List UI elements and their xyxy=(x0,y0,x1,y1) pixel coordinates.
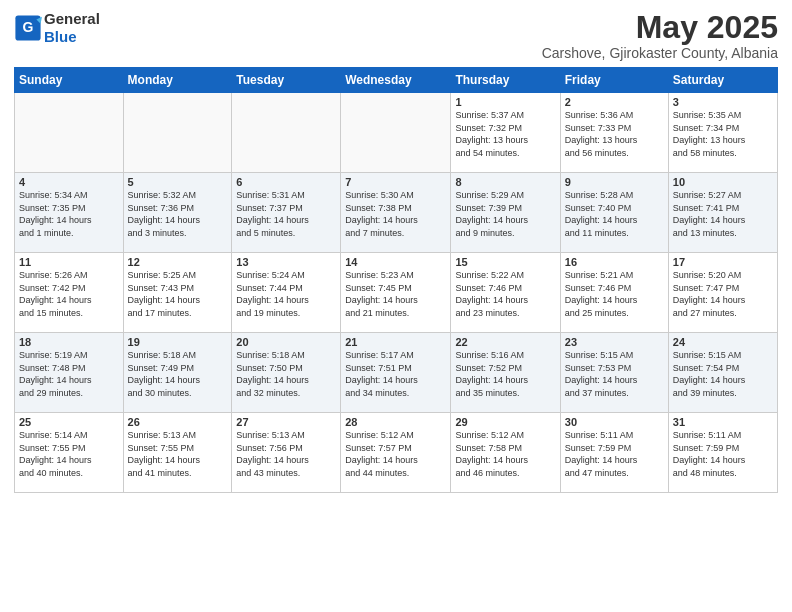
day-info: Sunrise: 5:37 AM Sunset: 7:32 PM Dayligh… xyxy=(455,109,555,159)
logo-blue: Blue xyxy=(44,28,77,45)
calendar-cell: 20Sunrise: 5:18 AM Sunset: 7:50 PM Dayli… xyxy=(232,333,341,413)
day-info: Sunrise: 5:18 AM Sunset: 7:50 PM Dayligh… xyxy=(236,349,336,399)
day-info: Sunrise: 5:11 AM Sunset: 7:59 PM Dayligh… xyxy=(565,429,664,479)
calendar-cell: 31Sunrise: 5:11 AM Sunset: 7:59 PM Dayli… xyxy=(668,413,777,493)
day-number: 10 xyxy=(673,176,773,188)
calendar-week-5: 25Sunrise: 5:14 AM Sunset: 7:55 PM Dayli… xyxy=(15,413,778,493)
day-info: Sunrise: 5:15 AM Sunset: 7:53 PM Dayligh… xyxy=(565,349,664,399)
calendar-cell: 1Sunrise: 5:37 AM Sunset: 7:32 PM Daylig… xyxy=(451,93,560,173)
day-info: Sunrise: 5:19 AM Sunset: 7:48 PM Dayligh… xyxy=(19,349,119,399)
day-info: Sunrise: 5:25 AM Sunset: 7:43 PM Dayligh… xyxy=(128,269,228,319)
day-number: 28 xyxy=(345,416,446,428)
svg-text:G: G xyxy=(23,19,34,35)
day-info: Sunrise: 5:18 AM Sunset: 7:49 PM Dayligh… xyxy=(128,349,228,399)
day-info: Sunrise: 5:36 AM Sunset: 7:33 PM Dayligh… xyxy=(565,109,664,159)
day-number: 1 xyxy=(455,96,555,108)
day-number: 2 xyxy=(565,96,664,108)
day-number: 27 xyxy=(236,416,336,428)
day-info: Sunrise: 5:23 AM Sunset: 7:45 PM Dayligh… xyxy=(345,269,446,319)
day-info: Sunrise: 5:17 AM Sunset: 7:51 PM Dayligh… xyxy=(345,349,446,399)
calendar-cell: 21Sunrise: 5:17 AM Sunset: 7:51 PM Dayli… xyxy=(341,333,451,413)
day-info: Sunrise: 5:34 AM Sunset: 7:35 PM Dayligh… xyxy=(19,189,119,239)
day-number: 16 xyxy=(565,256,664,268)
calendar-cell: 25Sunrise: 5:14 AM Sunset: 7:55 PM Dayli… xyxy=(15,413,124,493)
day-info: Sunrise: 5:26 AM Sunset: 7:42 PM Dayligh… xyxy=(19,269,119,319)
calendar-header: Sunday Monday Tuesday Wednesday Thursday… xyxy=(15,68,778,93)
calendar-cell: 11Sunrise: 5:26 AM Sunset: 7:42 PM Dayli… xyxy=(15,253,124,333)
col-monday: Monday xyxy=(123,68,232,93)
calendar-cell xyxy=(123,93,232,173)
day-number: 26 xyxy=(128,416,228,428)
day-number: 21 xyxy=(345,336,446,348)
calendar-week-3: 11Sunrise: 5:26 AM Sunset: 7:42 PM Dayli… xyxy=(15,253,778,333)
day-number: 11 xyxy=(19,256,119,268)
calendar-cell: 2Sunrise: 5:36 AM Sunset: 7:33 PM Daylig… xyxy=(560,93,668,173)
calendar-cell: 6Sunrise: 5:31 AM Sunset: 7:37 PM Daylig… xyxy=(232,173,341,253)
calendar-week-4: 18Sunrise: 5:19 AM Sunset: 7:48 PM Dayli… xyxy=(15,333,778,413)
day-number: 8 xyxy=(455,176,555,188)
calendar-body: 1Sunrise: 5:37 AM Sunset: 7:32 PM Daylig… xyxy=(15,93,778,493)
day-number: 20 xyxy=(236,336,336,348)
calendar-cell: 12Sunrise: 5:25 AM Sunset: 7:43 PM Dayli… xyxy=(123,253,232,333)
logo-icon: G xyxy=(14,14,42,42)
calendar-cell: 24Sunrise: 5:15 AM Sunset: 7:54 PM Dayli… xyxy=(668,333,777,413)
day-number: 14 xyxy=(345,256,446,268)
day-info: Sunrise: 5:35 AM Sunset: 7:34 PM Dayligh… xyxy=(673,109,773,159)
day-info: Sunrise: 5:32 AM Sunset: 7:36 PM Dayligh… xyxy=(128,189,228,239)
calendar-week-1: 1Sunrise: 5:37 AM Sunset: 7:32 PM Daylig… xyxy=(15,93,778,173)
day-info: Sunrise: 5:27 AM Sunset: 7:41 PM Dayligh… xyxy=(673,189,773,239)
calendar-cell: 27Sunrise: 5:13 AM Sunset: 7:56 PM Dayli… xyxy=(232,413,341,493)
day-number: 4 xyxy=(19,176,119,188)
col-thursday: Thursday xyxy=(451,68,560,93)
day-info: Sunrise: 5:11 AM Sunset: 7:59 PM Dayligh… xyxy=(673,429,773,479)
col-saturday: Saturday xyxy=(668,68,777,93)
day-number: 6 xyxy=(236,176,336,188)
day-info: Sunrise: 5:13 AM Sunset: 7:56 PM Dayligh… xyxy=(236,429,336,479)
calendar-cell: 26Sunrise: 5:13 AM Sunset: 7:55 PM Dayli… xyxy=(123,413,232,493)
subtitle: Carshove, Gjirokaster County, Albania xyxy=(542,45,778,61)
calendar-cell: 30Sunrise: 5:11 AM Sunset: 7:59 PM Dayli… xyxy=(560,413,668,493)
calendar-cell: 16Sunrise: 5:21 AM Sunset: 7:46 PM Dayli… xyxy=(560,253,668,333)
calendar-cell: 28Sunrise: 5:12 AM Sunset: 7:57 PM Dayli… xyxy=(341,413,451,493)
calendar-cell: 8Sunrise: 5:29 AM Sunset: 7:39 PM Daylig… xyxy=(451,173,560,253)
day-info: Sunrise: 5:22 AM Sunset: 7:46 PM Dayligh… xyxy=(455,269,555,319)
calendar-cell: 18Sunrise: 5:19 AM Sunset: 7:48 PM Dayli… xyxy=(15,333,124,413)
col-friday: Friday xyxy=(560,68,668,93)
day-number: 12 xyxy=(128,256,228,268)
day-number: 30 xyxy=(565,416,664,428)
calendar-cell: 22Sunrise: 5:16 AM Sunset: 7:52 PM Dayli… xyxy=(451,333,560,413)
day-number: 5 xyxy=(128,176,228,188)
logo-general: General xyxy=(44,10,100,27)
day-number: 13 xyxy=(236,256,336,268)
calendar-cell: 9Sunrise: 5:28 AM Sunset: 7:40 PM Daylig… xyxy=(560,173,668,253)
day-number: 31 xyxy=(673,416,773,428)
calendar-week-2: 4Sunrise: 5:34 AM Sunset: 7:35 PM Daylig… xyxy=(15,173,778,253)
day-info: Sunrise: 5:12 AM Sunset: 7:57 PM Dayligh… xyxy=(345,429,446,479)
calendar-cell xyxy=(232,93,341,173)
day-info: Sunrise: 5:21 AM Sunset: 7:46 PM Dayligh… xyxy=(565,269,664,319)
day-info: Sunrise: 5:16 AM Sunset: 7:52 PM Dayligh… xyxy=(455,349,555,399)
calendar-cell: 19Sunrise: 5:18 AM Sunset: 7:49 PM Dayli… xyxy=(123,333,232,413)
calendar-cell: 23Sunrise: 5:15 AM Sunset: 7:53 PM Dayli… xyxy=(560,333,668,413)
day-number: 22 xyxy=(455,336,555,348)
day-number: 18 xyxy=(19,336,119,348)
calendar-cell: 4Sunrise: 5:34 AM Sunset: 7:35 PM Daylig… xyxy=(15,173,124,253)
day-number: 17 xyxy=(673,256,773,268)
day-number: 15 xyxy=(455,256,555,268)
header: G General Blue May 2025 Carshove, Gjirok… xyxy=(14,10,778,61)
day-number: 29 xyxy=(455,416,555,428)
title-block: May 2025 Carshove, Gjirokaster County, A… xyxy=(542,10,778,61)
day-number: 9 xyxy=(565,176,664,188)
header-row: Sunday Monday Tuesday Wednesday Thursday… xyxy=(15,68,778,93)
calendar-cell: 13Sunrise: 5:24 AM Sunset: 7:44 PM Dayli… xyxy=(232,253,341,333)
day-info: Sunrise: 5:20 AM Sunset: 7:47 PM Dayligh… xyxy=(673,269,773,319)
day-info: Sunrise: 5:30 AM Sunset: 7:38 PM Dayligh… xyxy=(345,189,446,239)
page-container: G General Blue May 2025 Carshove, Gjirok… xyxy=(0,0,792,503)
day-number: 25 xyxy=(19,416,119,428)
calendar-cell xyxy=(341,93,451,173)
calendar-cell xyxy=(15,93,124,173)
col-tuesday: Tuesday xyxy=(232,68,341,93)
day-number: 3 xyxy=(673,96,773,108)
logo-text: General Blue xyxy=(44,10,100,46)
calendar-cell: 10Sunrise: 5:27 AM Sunset: 7:41 PM Dayli… xyxy=(668,173,777,253)
